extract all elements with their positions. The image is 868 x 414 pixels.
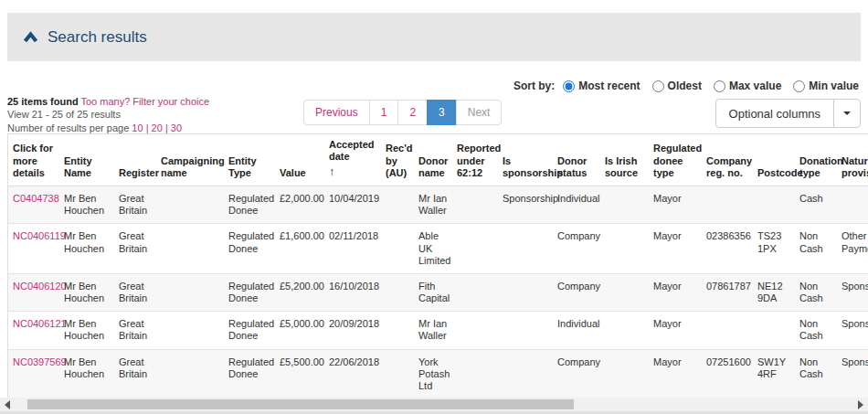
detail-link[interactable]: NC0406119 [13,230,66,241]
cell-value: £2,000.00 [275,186,324,223]
per-page-label: Number of results per page [7,122,129,133]
column-header-is_irish_source[interactable]: Is Irish source [600,134,649,186]
column-header-value[interactable]: Value [275,134,324,186]
radio-max-value[interactable] [714,80,725,92]
cell-postcode: SW1Y 4RF [753,349,795,399]
page-button-1[interactable]: 1 [369,100,399,125]
cell-is_sponsorship [498,312,553,349]
horizontal-scrollbar[interactable] [0,398,868,411]
column-header-register[interactable]: Register [114,134,156,186]
detail-link[interactable]: NC0406121 [13,318,67,329]
column-label: Value [280,167,306,178]
cell-campaigning_name [156,224,224,274]
filter-your-choice-link[interactable]: Too many? Filter your choice [80,96,209,107]
column-header-entity_type[interactable]: Entity Type [224,134,275,186]
radio-oldest[interactable] [652,80,664,92]
panel-title: Search results [48,28,147,47]
detail-link[interactable]: NC0406120 [13,281,67,292]
detail-link[interactable]: NC0397569 [13,356,67,367]
cell-accepted_date: 22/06/2018 [324,349,381,399]
column-header-entity_name[interactable]: Entity Name [59,134,114,186]
cell-is_irish_source [600,273,649,311]
page-button-3[interactable]: 3 [427,100,457,125]
per-page-option-10[interactable]: 10 [132,122,143,133]
cell-donor_status: Company [553,273,600,311]
cell-entity_type: Regulated Donee [224,186,275,223]
radio-most-recent[interactable] [563,80,575,92]
cell-donation_type: Cash [795,186,837,223]
column-header-campaigning_name[interactable]: Campaigning name [156,134,224,186]
cell-donation_type: Non Cash [795,349,837,399]
cell-click_for_more_details: NC0406120 [8,273,59,311]
cell-entity_name: Mr Ben Houchen [59,312,114,349]
column-header-recd_by_au[interactable]: Rec'd by (AU) [381,134,414,186]
page-button-previous[interactable]: Previous [303,100,370,125]
column-header-donor_status[interactable]: Donor status [553,134,600,186]
sort-option-oldest[interactable]: Oldest [652,80,702,92]
column-label: Nature / provision [842,155,868,178]
column-header-reported_under_62_12[interactable]: Reported under 62:12 [452,134,498,186]
column-header-is_sponsorship[interactable]: Is sponsorship [498,134,553,186]
cell-nature_provision: Sponsorship [837,312,868,349]
cell-is_irish_source [600,349,649,399]
optional-columns-button[interactable]: Optional columns [715,99,861,128]
scroll-left-button[interactable] [0,398,15,411]
optional-columns-label[interactable]: Optional columns [716,100,833,127]
column-label: Donor name [418,155,448,178]
column-header-click_for_more_details[interactable]: Click for more details [8,134,59,186]
column-header-nature_provision[interactable]: Nature / provision [837,134,868,186]
column-label: Accepted date [329,139,375,162]
sort-ascending-icon[interactable]: ↑ [329,165,377,179]
column-header-postcode[interactable]: Postcode [753,134,795,186]
table-row: NC0397569Mr Ben HouchenGreat BritainRegu… [8,349,868,399]
scrollbar-thumb[interactable] [27,399,574,409]
cell-postcode [753,186,795,223]
column-label: Register [119,167,159,178]
per-page-option-20[interactable]: 20 [152,122,163,133]
column-header-donation_type[interactable]: Donation type [795,134,837,186]
column-label: Donor status [557,155,587,178]
sort-option-label: Min value [809,80,859,92]
radio-min-value[interactable] [793,80,805,92]
sort-option-most-recent[interactable]: Most recent [563,80,640,92]
sort-option-label: Max value [729,80,781,92]
cell-reported_under_62_12 [452,312,498,349]
column-label: Postcode [757,167,803,178]
page-button-2[interactable]: 2 [397,100,428,125]
cell-click_for_more_details: NC0397569 [8,349,59,399]
cell-campaigning_name [156,273,224,311]
cell-nature_provision: Sponsorship [837,273,868,311]
cell-is_irish_source [600,186,649,223]
cell-campaigning_name [156,312,224,349]
optional-columns-dropdown-toggle[interactable] [833,100,860,127]
results-table-viewport: Click for more detailsEntity NameRegiste… [7,133,868,399]
search-results-panel-header[interactable]: Search results [7,13,861,61]
cell-donor_name: Able UK Limited [414,224,452,274]
sort-option-max-value[interactable]: Max value [714,80,781,92]
cell-regulated_donee_type: Mayor [649,312,702,349]
column-header-company_reg_no[interactable]: Company reg. no. [702,134,753,186]
column-label: Entity Name [64,155,92,178]
column-label: Is Irish source [605,155,638,178]
sort-options: Most recentOldestMax valueMin value [563,80,859,92]
cell-accepted_date: 02/11/2018 [324,224,381,274]
cell-entity_type: Regulated Donee [224,349,275,399]
sort-option-min-value[interactable]: Min value [793,80,859,92]
column-header-accepted_date[interactable]: Accepted date↑ [324,134,381,186]
column-header-donor_name[interactable]: Donor name [414,134,452,186]
column-header-regulated_donee_type[interactable]: Regulated donee type [649,134,702,186]
cell-register: Great Britain [114,186,156,223]
cell-register: Great Britain [114,224,156,274]
triangle-right-icon [858,400,863,409]
per-page-option-30[interactable]: 30 [171,122,182,133]
cell-entity_name: Mr Ben Houchen [59,349,114,399]
detail-link[interactable]: C0404738 [13,193,59,204]
cell-entity_name: Mr Ben Houchen [59,273,114,311]
cell-regulated_donee_type: Mayor [649,273,702,311]
cell-is_sponsorship: Sponsorship [498,186,553,223]
column-label: Reported under 62:12 [457,143,501,177]
results-info: 25 items found Too many? Filter your cho… [7,95,303,134]
cell-donor_name: Fith Capital [414,273,452,311]
scroll-right-button[interactable] [853,398,868,411]
cell-nature_provision: Other Payment [837,224,868,274]
